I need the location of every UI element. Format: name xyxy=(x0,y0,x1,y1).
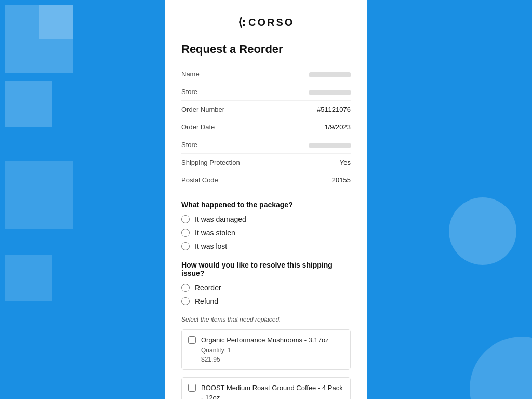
info-row-label: Order Date xyxy=(181,118,281,136)
item-details-1: BOOST Medium Roast Ground Coffee - 4 Pac… xyxy=(201,383,344,400)
logo-text: CORSO xyxy=(248,17,294,29)
redacted-value xyxy=(309,72,351,77)
info-row-label: Store xyxy=(181,136,281,154)
deco-circle-1 xyxy=(449,197,516,265)
radio-label-stolen: It was stolen xyxy=(195,229,235,237)
question-2-text: How would you like to resolve this shipp… xyxy=(181,261,351,277)
item-checkbox-1[interactable] xyxy=(188,384,196,392)
logo-icon: ⟨: xyxy=(238,16,245,29)
logo-area: ⟨: CORSO xyxy=(181,16,351,29)
radio-option-damaged[interactable]: It was damaged xyxy=(181,215,351,223)
item-row-0: Organic Performance Mushrooms - 3.17ozQu… xyxy=(181,329,351,370)
deco-square-4 xyxy=(5,161,73,229)
info-row: Order Date1/9/2023 xyxy=(181,118,351,136)
info-row-value: 20155 xyxy=(281,171,351,189)
info-row-value: Yes xyxy=(281,154,351,171)
item-name-1: BOOST Medium Roast Ground Coffee - 4 Pac… xyxy=(201,383,344,400)
deco-square-1 xyxy=(5,5,73,73)
item-details-0: Organic Performance Mushrooms - 3.17ozQu… xyxy=(201,335,329,364)
item-row-1: BOOST Medium Roast Ground Coffee - 4 Pac… xyxy=(181,377,351,400)
items-list: Organic Performance Mushrooms - 3.17ozQu… xyxy=(181,329,351,399)
deco-square-3 xyxy=(5,81,52,127)
radio-option-lost[interactable]: It was lost xyxy=(181,242,351,250)
items-label: Select the items that need replaced. xyxy=(181,316,351,323)
radio-input-reorder[interactable] xyxy=(181,284,190,292)
info-row-value xyxy=(281,65,351,83)
radio-label-lost: It was lost xyxy=(195,242,227,250)
radio-input-stolen[interactable] xyxy=(181,229,190,237)
question-2-options: ReorderRefund xyxy=(181,284,351,305)
info-row-value xyxy=(281,136,351,154)
info-row: Store xyxy=(181,83,351,101)
deco-square-5 xyxy=(5,255,52,301)
info-row: Postal Code20155 xyxy=(181,171,351,189)
deco-arc-1 xyxy=(470,337,532,399)
radio-label-reorder: Reorder xyxy=(195,284,221,292)
info-row-value: 1/9/2023 xyxy=(281,118,351,136)
redacted-value xyxy=(309,90,351,95)
question-1-text: What happened to the package? xyxy=(181,201,351,209)
info-row-label: Order Number xyxy=(181,101,281,118)
info-row-label: Shipping Protection xyxy=(181,154,281,171)
info-table: NameStoreOrder Number#51121076Order Date… xyxy=(181,65,351,189)
info-row: Shipping ProtectionYes xyxy=(181,154,351,171)
item-quantity-0: Quantity: 1 xyxy=(201,345,329,355)
info-row-label: Postal Code xyxy=(181,171,281,189)
info-row: Order Number#51121076 xyxy=(181,101,351,118)
radio-label-refund: Refund xyxy=(195,297,218,305)
radio-option-stolen[interactable]: It was stolen xyxy=(181,229,351,237)
radio-label-damaged: It was damaged xyxy=(195,215,246,223)
info-row-value xyxy=(281,83,351,101)
radio-input-refund[interactable] xyxy=(181,297,190,305)
info-row-label: Name xyxy=(181,65,281,83)
radio-option-refund[interactable]: Refund xyxy=(181,297,351,305)
info-row: Name xyxy=(181,65,351,83)
question-1-options: It was damagedIt was stolenIt was lost xyxy=(181,215,351,250)
item-checkbox-0[interactable] xyxy=(188,336,196,344)
page-title: Request a Reorder xyxy=(181,43,351,56)
info-row: Store xyxy=(181,136,351,154)
main-panel: ⟨: CORSO Request a Reorder NameStoreOrde… xyxy=(165,0,367,399)
radio-input-lost[interactable] xyxy=(181,242,190,250)
info-row-label: Store xyxy=(181,83,281,101)
deco-square-2 xyxy=(39,5,73,39)
item-price-0: $21.95 xyxy=(201,355,329,364)
radio-input-damaged[interactable] xyxy=(181,215,190,223)
info-row-value: #51121076 xyxy=(281,101,351,118)
redacted-value xyxy=(309,143,351,148)
radio-option-reorder[interactable]: Reorder xyxy=(181,284,351,292)
item-name-0: Organic Performance Mushrooms - 3.17oz xyxy=(201,335,329,345)
